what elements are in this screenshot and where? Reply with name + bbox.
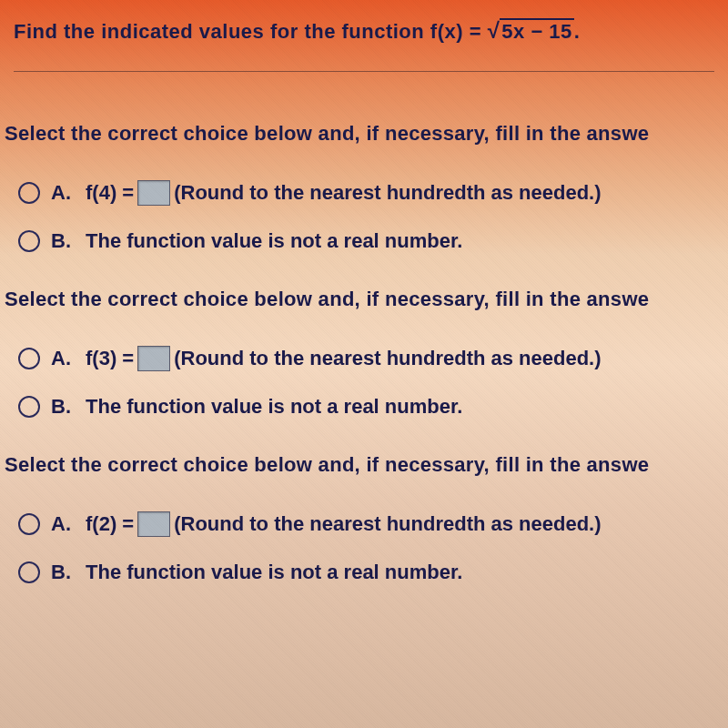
function-label: f(3) = [86,347,134,370]
header-suffix: . [574,20,581,43]
radio-button[interactable] [18,182,40,204]
divider [14,71,714,72]
question-block: Select the correct choice below and, if … [0,453,728,601]
choice-letter: B. [51,561,76,584]
choice-letter: B. [51,229,76,253]
rounding-hint: (Round to the nearest hundredth as neede… [174,347,601,370]
choice-a-text: f(4) = (Round to the nearest hundredth a… [86,180,602,206]
radio-button[interactable] [18,230,40,252]
section-prompt: Select the correct choice below and, if … [0,288,728,339]
radicand: 5x − 15 [500,18,574,43]
choice-letter: A. [51,181,76,205]
radio-button[interactable] [18,513,40,535]
choice-b-text: The function value is not a real number. [86,395,462,419]
choice-a-text: f(2) = (Round to the nearest hundredth a… [86,511,602,537]
function-label: f(4) = [86,181,134,205]
section-prompt: Select the correct choice below and, if … [0,453,728,504]
choice-a-row: A. f(4) = (Round to the nearest hundredt… [0,173,728,222]
choice-b-row: B. The function value is not a real numb… [0,553,728,601]
radio-button[interactable] [18,348,40,369]
choice-letter: A. [51,512,76,536]
choice-b-row: B. The function value is not a real numb… [0,222,728,269]
choice-a-row: A. f(2) = (Round to the nearest hundredt… [0,504,728,553]
answer-input[interactable] [137,346,170,371]
sqrt-expression: √5x − 15 [488,18,574,44]
radio-button[interactable] [18,561,40,583]
choice-b-row: B. The function value is not a real numb… [0,388,728,435]
choice-b-text: The function value is not a real number. [86,561,462,584]
rounding-hint: (Round to the nearest hundredth as neede… [174,181,601,205]
choice-letter: A. [51,347,76,370]
rounding-hint: (Round to the nearest hundredth as neede… [174,512,601,536]
question-block: Select the correct choice below and, if … [0,288,728,435]
section-prompt: Select the correct choice below and, if … [0,122,728,173]
radio-button[interactable] [18,396,40,418]
choice-b-text: The function value is not a real number. [86,229,462,253]
function-label: f(2) = [86,512,134,536]
radical-icon: √ [488,18,500,43]
answer-input[interactable] [137,511,170,537]
question-block: Select the correct choice below and, if … [0,122,728,269]
choice-letter: B. [51,395,76,419]
answer-input[interactable] [137,180,170,206]
question-header: Find the indicated values for the functi… [0,0,728,71]
choice-a-row: A. f(3) = (Round to the nearest hundredt… [0,339,728,388]
choice-a-text: f(3) = (Round to the nearest hundredth a… [86,346,602,371]
header-prefix: Find the indicated values for the functi… [14,20,488,43]
